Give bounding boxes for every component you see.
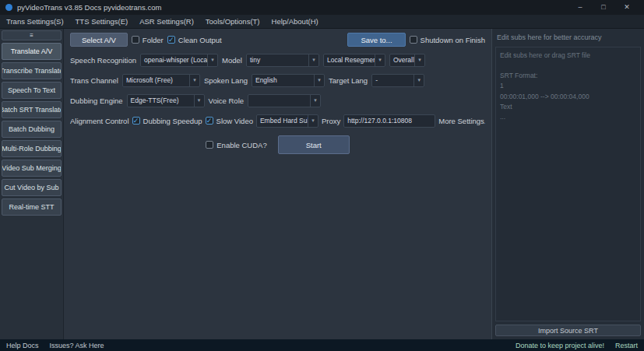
body-area: ≡ Translate A/V Transcribe Translate Spe… xyxy=(0,29,644,339)
shutdown-checkbox-label: Shutdown on Finish xyxy=(421,36,485,44)
enable-cuda-checkbox-label: Enable CUDA? xyxy=(216,141,266,149)
status-bar: Help Docs Issues? Ask Here Donate to kee… xyxy=(0,339,644,351)
sidebar-item-multi-role-dubbing[interactable]: Multi-Role Dubbing xyxy=(2,140,62,157)
save-to-button[interactable]: Save to... xyxy=(347,33,405,47)
proxy-input[interactable] xyxy=(343,114,435,128)
editor-line: 00:00:01,000 --> 00:00:04,000 xyxy=(500,92,636,102)
enable-cuda-checkbox[interactable]: Enable CUDA? xyxy=(206,141,266,149)
chevron-down-icon xyxy=(314,75,324,86)
maximize-icon[interactable]: □ xyxy=(592,0,615,15)
chevron-down-icon xyxy=(310,95,320,107)
restart-link[interactable]: Restart xyxy=(615,342,638,349)
chevron-down-icon xyxy=(413,75,424,86)
window-controls: – □ ✕ xyxy=(568,0,639,15)
folder-checkbox-box[interactable] xyxy=(132,36,139,44)
dubbing-engine-value: Edge-TTS(Free) xyxy=(128,97,194,104)
menu-trans-settings[interactable]: Trans Settings(S) xyxy=(6,17,64,26)
voice-role-label: Voice Role xyxy=(209,97,244,105)
status-left: Help Docs Issues? Ask Here xyxy=(6,342,104,349)
clean-output-checkbox[interactable]: Clean Output xyxy=(167,36,222,44)
app-window: pyVideoTrans v3.85 Docs pyvideotrans.com… xyxy=(0,0,644,351)
spoken-lang-label: Spoken Lang xyxy=(204,76,248,85)
proxy-label: Proxy xyxy=(322,117,340,125)
dubbing-row: Dubbing Engine Edge-TTS(Free) Voice Role xyxy=(70,93,485,107)
app-icon xyxy=(5,4,12,11)
sidebar-item-transcribe-translate[interactable]: Transcribe Translate xyxy=(2,62,62,79)
dubbing-speedup-checkbox-box[interactable] xyxy=(132,117,140,125)
main-panel: Select A/V Folder Clean Output Save to..… xyxy=(64,29,491,339)
menu-asr-settings[interactable]: ASR Settings(R) xyxy=(139,17,194,26)
clean-output-checkbox-label: Clean Output xyxy=(178,36,222,44)
dubbing-engine-select[interactable]: Edge-TTS(Free) xyxy=(127,94,205,107)
start-button[interactable]: Start xyxy=(278,135,350,154)
sidebar-item-cut-video-by-sub[interactable]: Cut Video by Sub xyxy=(2,179,62,196)
sidebar-item-speech-to-text[interactable]: Speech To Text xyxy=(2,82,62,99)
target-lang-select[interactable]: - xyxy=(371,74,424,87)
shutdown-checkbox[interactable]: Shutdown on Finish xyxy=(410,36,485,44)
editor-line: Edit subs here or drag SRT file xyxy=(500,51,636,61)
issues-ask-here-link[interactable]: Issues? Ask Here xyxy=(50,342,104,349)
help-docs-link[interactable]: Help Docs xyxy=(6,342,39,349)
donate-link[interactable]: Donate to keep project alive! xyxy=(516,342,604,349)
trans-channel-select[interactable]: Microsoft (Free) xyxy=(122,74,200,87)
dubbing-speedup-checkbox[interactable]: Dubbing Speedup xyxy=(132,117,202,125)
target-lang-label: Target Lang xyxy=(329,76,368,85)
shutdown-checkbox-box[interactable] xyxy=(410,36,417,44)
status-right: Donate to keep project alive! Restart xyxy=(516,342,638,349)
more-settings-link[interactable]: More Settings... xyxy=(438,117,485,125)
spoken-lang-value: English xyxy=(252,76,314,84)
resegment-select[interactable]: Local Resegment xyxy=(323,54,385,67)
trans-channel-label: Trans Channel xyxy=(70,76,118,85)
folder-checkbox[interactable]: Folder xyxy=(132,36,164,44)
menu-tts-settings[interactable]: TTS Settings(E) xyxy=(76,17,128,26)
overall-value: Overall Re xyxy=(390,56,414,64)
window-title: pyVideoTrans v3.85 Docs pyvideotrans.com xyxy=(17,3,161,12)
chevron-down-icon xyxy=(308,115,318,127)
subtitle-editor[interactable]: Edit subs here or drag SRT file SRT Form… xyxy=(495,47,641,321)
dubbing-engine-label: Dubbing Engine xyxy=(70,97,123,105)
folder-checkbox-label: Folder xyxy=(143,36,164,44)
editor-line: Text xyxy=(500,102,636,112)
sidebar-item-batch-srt-translate[interactable]: Batch SRT Translate xyxy=(2,101,62,118)
minimize-icon[interactable]: – xyxy=(568,0,592,15)
file-row: Select A/V Folder Clean Output Save to..… xyxy=(70,33,485,47)
sidebar-collapse-icon[interactable]: ≡ xyxy=(2,30,62,40)
close-icon[interactable]: ✕ xyxy=(615,0,639,15)
overall-select[interactable]: Overall Re xyxy=(389,54,425,67)
embed-subs-value: Embed Hard Subs xyxy=(257,117,308,125)
dubbing-speedup-checkbox-label: Dubbing Speedup xyxy=(143,117,202,125)
model-label: Model xyxy=(222,56,242,65)
chevron-down-icon xyxy=(375,54,385,66)
import-source-srt-button[interactable]: Import Source SRT xyxy=(495,325,641,336)
menu-help-about[interactable]: Help/About(H) xyxy=(272,17,318,26)
chevron-down-icon xyxy=(207,54,217,66)
trans-channel-value: Microsoft (Free) xyxy=(123,76,189,84)
speech-recognition-label: Speech Recognition xyxy=(70,56,136,65)
sidebar-item-video-sub-merging[interactable]: Video Sub Merging xyxy=(2,160,62,177)
menu-tools-options[interactable]: Tools/Options(T) xyxy=(206,17,260,26)
select-av-button[interactable]: Select A/V xyxy=(70,33,128,47)
speech-recognition-value: openai-whisper (Local) xyxy=(141,56,207,64)
sidebar-item-batch-dubbing[interactable]: Batch Dubbing xyxy=(2,121,62,138)
spoken-lang-select[interactable]: English xyxy=(252,74,325,87)
editor-line: SRT Format: xyxy=(500,71,636,81)
slow-video-checkbox-box[interactable] xyxy=(206,117,213,125)
enable-cuda-checkbox-box[interactable] xyxy=(206,141,213,149)
model-select[interactable]: tiny xyxy=(246,54,319,67)
editor-line: ... xyxy=(500,112,636,122)
clean-output-checkbox-box[interactable] xyxy=(167,36,175,44)
chevron-down-icon xyxy=(308,54,318,66)
chevron-down-icon xyxy=(194,95,204,107)
chevron-down-icon xyxy=(189,75,199,86)
translate-row: Trans Channel Microsoft (Free) Spoken La… xyxy=(70,73,485,87)
subtitle-panel: Edit subs here for better accuracy Edit … xyxy=(491,29,644,339)
sidebar-item-realtime-stt[interactable]: Real-time STT xyxy=(2,198,62,216)
sidebar-item-translate-av[interactable]: Translate A/V xyxy=(2,43,62,60)
editor-line: 1 xyxy=(500,81,636,91)
speech-recognition-select[interactable]: openai-whisper (Local) xyxy=(140,54,218,67)
sidebar: ≡ Translate A/V Transcribe Translate Spe… xyxy=(0,29,64,339)
slow-video-checkbox[interactable]: Slow Video xyxy=(206,117,253,125)
slow-video-checkbox-label: Slow Video xyxy=(216,117,253,125)
voice-role-select[interactable] xyxy=(248,94,321,107)
embed-subs-select[interactable]: Embed Hard Subs xyxy=(256,114,318,128)
